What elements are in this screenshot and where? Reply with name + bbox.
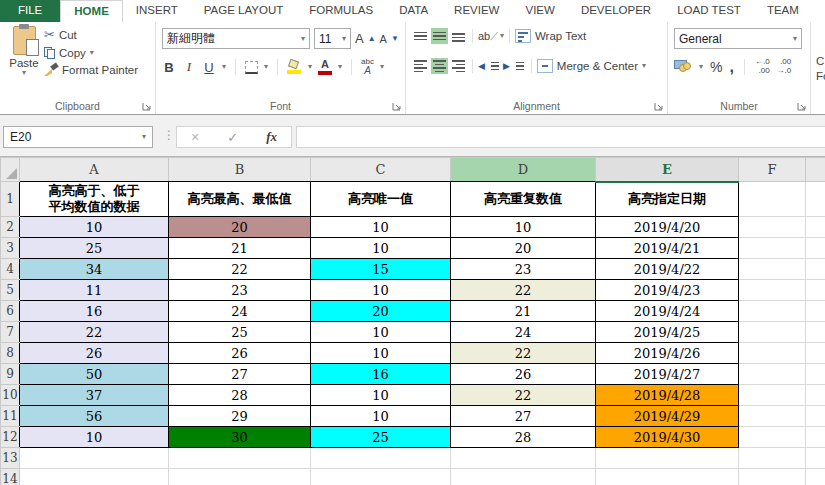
cell-A5[interactable]: 11 xyxy=(20,280,169,301)
tab-page-layout[interactable]: PAGE LAYOUT xyxy=(191,0,296,22)
cell-partial-6[interactable] xyxy=(806,301,825,322)
column-header-partial[interactable] xyxy=(806,158,825,182)
cell-D7[interactable]: 24 xyxy=(451,322,596,343)
cell-A8[interactable]: 26 xyxy=(20,343,169,364)
font-color-dropdown-arrow[interactable]: ▾ xyxy=(338,63,342,71)
number-format-combobox[interactable]: General ▾ xyxy=(674,28,802,49)
cell-C8[interactable]: 10 xyxy=(311,343,451,364)
row-header-12[interactable]: 12 xyxy=(1,427,20,448)
cell-partial-8[interactable] xyxy=(806,343,825,364)
align-top-button[interactable] xyxy=(412,28,429,44)
cell-B1[interactable]: 高亮最高、最低值 xyxy=(169,182,311,217)
cell-F7[interactable] xyxy=(739,322,806,343)
cut-button[interactable]: ✂ Cut xyxy=(44,27,138,42)
cell-empty[interactable] xyxy=(806,182,825,217)
cell-E6[interactable]: 2019/4/24 xyxy=(596,301,739,322)
enter-button[interactable]: ✓ xyxy=(227,130,238,145)
column-header-D[interactable]: D xyxy=(451,158,596,182)
cell-D5[interactable]: 22 xyxy=(451,280,596,301)
cell-D14[interactable] xyxy=(451,469,596,485)
cell-A1[interactable]: 高亮高于、低于 平均数值的数据 xyxy=(20,182,169,217)
cell-E4[interactable]: 2019/4/22 xyxy=(596,259,739,280)
cell-B4[interactable]: 22 xyxy=(169,259,311,280)
cell-F4[interactable] xyxy=(739,259,806,280)
cell-C4[interactable]: 15 xyxy=(311,259,451,280)
cell-B13[interactable] xyxy=(169,448,311,469)
cell-B7[interactable]: 25 xyxy=(169,322,311,343)
tab-file[interactable]: FILE xyxy=(0,0,60,22)
cell-D1[interactable]: 高亮重复数值 xyxy=(451,182,596,217)
cell-D6[interactable]: 21 xyxy=(451,301,596,322)
underline-dropdown-arrow[interactable]: ▾ xyxy=(222,63,226,71)
font-size-combobox[interactable]: 11 ▾ xyxy=(314,28,351,49)
accounting-format-button[interactable] xyxy=(674,60,692,73)
cell-C10[interactable]: 10 xyxy=(311,385,451,406)
formula-input[interactable] xyxy=(296,126,825,148)
cell-C12[interactable]: 25 xyxy=(311,427,451,448)
cell-D12[interactable]: 28 xyxy=(451,427,596,448)
cell-partial-3[interactable] xyxy=(806,238,825,259)
cell-A2[interactable]: 10 xyxy=(20,217,169,238)
cell-B14[interactable] xyxy=(169,469,311,485)
cell-F10[interactable] xyxy=(739,385,806,406)
cell-partial-11[interactable] xyxy=(806,406,825,427)
cell-B5[interactable]: 23 xyxy=(169,280,311,301)
cell-E1[interactable]: 高亮指定日期 xyxy=(596,182,739,217)
row-header-1[interactable]: 1 xyxy=(1,182,20,217)
tab-data[interactable]: DATA xyxy=(386,0,441,22)
tab-insert[interactable]: INSERT xyxy=(123,0,191,22)
row-header-6[interactable]: 6 xyxy=(1,301,20,322)
cell-partial-5[interactable] xyxy=(806,280,825,301)
cell-D11[interactable]: 27 xyxy=(451,406,596,427)
cell-E11[interactable]: 2019/4/29 xyxy=(596,406,739,427)
cell-A9[interactable]: 50 xyxy=(20,364,169,385)
tab-home[interactable]: HOME xyxy=(60,0,123,22)
cell-B12[interactable]: 30 xyxy=(169,427,311,448)
column-header-C[interactable]: C xyxy=(311,158,451,182)
borders-button[interactable] xyxy=(245,61,258,74)
cell-A4[interactable]: 34 xyxy=(20,259,169,280)
orientation-button[interactable]: ab⟋ xyxy=(478,30,498,43)
cell-A14[interactable] xyxy=(20,469,169,485)
increase-indent-button[interactable]: ▶ xyxy=(503,58,526,74)
cell-A13[interactable] xyxy=(20,448,169,469)
alignment-dialog-launcher[interactable] xyxy=(654,101,664,111)
cell-A11[interactable]: 56 xyxy=(20,406,169,427)
cell-partial-10[interactable] xyxy=(806,385,825,406)
font-size-dropdown-arrow[interactable]: ▾ xyxy=(342,35,346,43)
cell-D4[interactable]: 23 xyxy=(451,259,596,280)
percent-style-button[interactable]: % xyxy=(710,59,722,75)
tab-team[interactable]: TEAM xyxy=(754,0,812,22)
row-header-14[interactable]: 14 xyxy=(1,469,20,485)
orientation-dropdown-arrow[interactable]: ▾ xyxy=(500,32,504,40)
borders-dropdown-arrow[interactable]: ▾ xyxy=(264,63,268,71)
cell-F8[interactable] xyxy=(739,343,806,364)
copy-dropdown-arrow[interactable]: ▾ xyxy=(90,49,94,57)
tab-view[interactable]: VIEW xyxy=(512,0,567,22)
row-header-9[interactable]: 9 xyxy=(1,364,20,385)
paste-dropdown-arrow[interactable]: ▾ xyxy=(8,69,40,77)
name-box[interactable]: E20 ▾ xyxy=(3,126,153,148)
cell-partial-13[interactable] xyxy=(806,448,825,469)
tab-review[interactable]: REVIEW xyxy=(441,0,512,22)
shrink-font-button[interactable]: A▼ xyxy=(380,33,399,45)
tab-developer[interactable]: DEVELOPER xyxy=(568,0,664,22)
formula-bar-splitter[interactable]: ⋮ xyxy=(163,128,175,142)
row-header-4[interactable]: 4 xyxy=(1,259,20,280)
cell-F2[interactable] xyxy=(739,217,806,238)
align-middle-button[interactable] xyxy=(431,28,448,44)
cell-E8[interactable]: 2019/4/26 xyxy=(596,343,739,364)
underline-button[interactable]: U xyxy=(202,60,216,75)
cell-partial-4[interactable] xyxy=(806,259,825,280)
cell-C11[interactable]: 10 xyxy=(311,406,451,427)
cell-F5[interactable] xyxy=(739,280,806,301)
cell-E10[interactable]: 2019/4/28 xyxy=(596,385,739,406)
decrease-indent-button[interactable]: ◀ xyxy=(478,58,501,74)
cell-E2[interactable]: 2019/4/20 xyxy=(596,217,739,238)
cell-E5[interactable]: 2019/4/23 xyxy=(596,280,739,301)
cell-E7[interactable]: 2019/4/25 xyxy=(596,322,739,343)
merge-center-button[interactable]: Merge & Center ▾ xyxy=(537,59,646,73)
accounting-dropdown-arrow[interactable]: ▾ xyxy=(699,63,703,71)
cell-A10[interactable]: 37 xyxy=(20,385,169,406)
cell-C2[interactable]: 10 xyxy=(311,217,451,238)
